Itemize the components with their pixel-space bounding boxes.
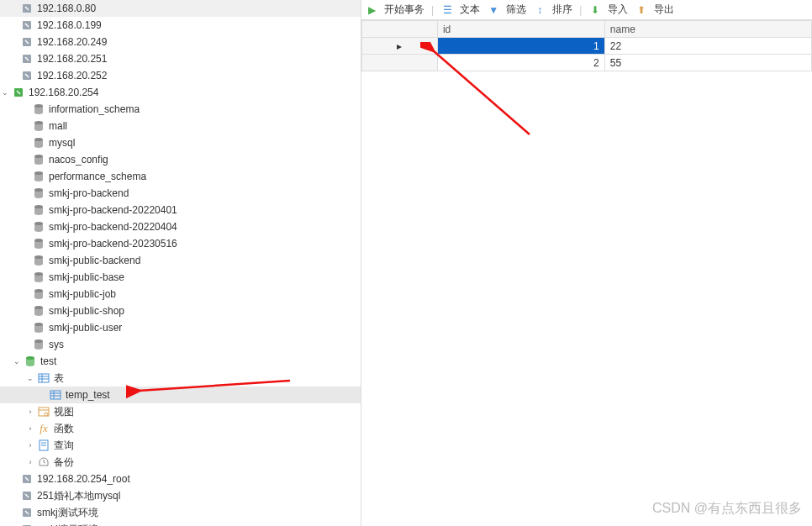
database-item[interactable]: sys bbox=[0, 336, 361, 353]
filter-icon: ▼ bbox=[487, 3, 500, 17]
connection-item[interactable]: smkj演示环境 bbox=[0, 521, 361, 526]
import-button[interactable]: ⬇导入 bbox=[588, 3, 628, 17]
database-label: smkj-public-base bbox=[49, 271, 124, 283]
queries-node[interactable]: ›查询 bbox=[0, 437, 361, 454]
expand-icon[interactable]: ⌄ bbox=[25, 373, 35, 383]
table-row[interactable]: ▸ 1 22 bbox=[362, 38, 812, 55]
database-item[interactable]: smkj-pro-backend-20220404 bbox=[0, 218, 361, 235]
database-icon bbox=[32, 136, 45, 150]
cell-name[interactable]: 22 bbox=[604, 38, 811, 55]
connection-label: smkj演示环境 bbox=[37, 523, 98, 527]
expand-icon[interactable]: › bbox=[25, 407, 35, 417]
transaction-icon: ▶ bbox=[365, 3, 378, 17]
backup-label: 备份 bbox=[54, 455, 74, 470]
database-icon bbox=[32, 271, 45, 284]
table-row[interactable]: 2 55 bbox=[362, 55, 812, 71]
database-item[interactable]: nacos_config bbox=[0, 151, 361, 168]
connection-icon bbox=[20, 489, 34, 502]
expand-icon[interactable]: › bbox=[25, 457, 35, 467]
database-icon bbox=[32, 287, 45, 301]
text-button[interactable]: ☰文本 bbox=[440, 3, 480, 17]
database-icon bbox=[32, 153, 45, 166]
database-item[interactable]: smkj-pro-backend-20230516 bbox=[0, 235, 361, 252]
functions-label: 函数 bbox=[54, 422, 74, 436]
toolbar: ▶开始事务 | ☰文本 ▼筛选 ↕排序 | ⬇导入 ⬆导出 bbox=[361, 0, 812, 20]
export-button[interactable]: ⬆导出 bbox=[635, 3, 674, 17]
database-icon bbox=[32, 304, 45, 318]
tables-node[interactable]: ⌄表 bbox=[0, 370, 361, 387]
connection-item-active[interactable]: ⌄192.168.20.254 bbox=[0, 84, 361, 101]
backup-node[interactable]: ›备份 bbox=[0, 454, 361, 471]
connection-icon bbox=[20, 18, 34, 32]
connection-label: 192.168.20.252 bbox=[37, 70, 107, 82]
database-item[interactable]: smkj-pro-backend-20220401 bbox=[0, 202, 361, 218]
database-label: performance_schema bbox=[49, 171, 146, 182]
database-label: smkj-public-shop bbox=[49, 305, 124, 317]
database-icon bbox=[32, 220, 45, 234]
database-label: nacos_config bbox=[49, 154, 108, 166]
cell-name[interactable]: 55 bbox=[604, 55, 811, 71]
connection-label: 192.168.20.249 bbox=[37, 36, 107, 48]
table-icon bbox=[49, 388, 62, 402]
connection-item[interactable]: 192.168.20.252 bbox=[0, 67, 361, 84]
cell-id[interactable]: 2 bbox=[437, 55, 604, 71]
text-icon: ☰ bbox=[440, 3, 454, 17]
database-item[interactable]: smkj-public-base bbox=[0, 269, 361, 286]
database-label: test bbox=[40, 355, 56, 367]
connection-label: 192.168.20.254_root bbox=[37, 473, 130, 485]
database-item-active[interactable]: ⌄test bbox=[0, 353, 361, 370]
connection-tree[interactable]: 192.168.0.80 192.168.0.199 192.168.20.24… bbox=[0, 0, 361, 526]
connection-icon bbox=[20, 506, 34, 519]
database-label: mall bbox=[49, 120, 67, 132]
database-item[interactable]: smkj-public-job bbox=[0, 286, 361, 302]
connection-item[interactable]: 192.168.0.80 bbox=[0, 0, 361, 17]
expand-icon[interactable]: ⌄ bbox=[0, 87, 10, 97]
connection-item[interactable]: smkj测试环境 bbox=[0, 504, 361, 521]
table-item[interactable]: temp_test bbox=[0, 387, 361, 403]
connection-icon bbox=[20, 523, 34, 526]
database-label: smkj-pro-backend bbox=[49, 187, 129, 199]
sort-icon: ↕ bbox=[533, 3, 546, 17]
expand-icon[interactable]: ⌄ bbox=[12, 356, 22, 366]
sort-button[interactable]: ↕排序 bbox=[533, 3, 572, 17]
connection-item[interactable]: 251婚礼本地mysql bbox=[0, 487, 361, 504]
database-label: smkj-public-job bbox=[49, 288, 116, 300]
database-item[interactable]: performance_schema bbox=[0, 168, 361, 185]
database-label: smkj-public-user bbox=[49, 322, 122, 334]
svg-rect-28 bbox=[39, 374, 49, 382]
function-icon: fx bbox=[37, 422, 50, 435]
views-node[interactable]: ›视图 bbox=[0, 403, 361, 420]
column-header-name[interactable]: name bbox=[604, 21, 811, 38]
database-item[interactable]: smkj-pro-backend bbox=[0, 185, 361, 202]
svg-point-38 bbox=[45, 413, 48, 416]
column-header-id[interactable]: id bbox=[437, 21, 604, 38]
begin-transaction-button[interactable]: ▶开始事务 bbox=[365, 3, 424, 17]
connection-icon bbox=[20, 52, 34, 66]
row-indicator-header bbox=[362, 21, 438, 38]
database-icon bbox=[32, 237, 45, 250]
import-icon: ⬇ bbox=[588, 3, 602, 17]
functions-node[interactable]: ›fx函数 bbox=[0, 420, 361, 437]
expand-icon[interactable]: › bbox=[25, 440, 35, 450]
data-grid[interactable]: id name ▸ 1 22 2 55 bbox=[361, 20, 812, 71]
database-item[interactable]: mall bbox=[0, 118, 361, 134]
filter-button[interactable]: ▼筛选 bbox=[487, 3, 526, 17]
connection-icon bbox=[20, 2, 34, 15]
database-icon bbox=[32, 203, 45, 217]
database-item[interactable]: smkj-public-user bbox=[0, 319, 361, 336]
cell-id[interactable]: 1 bbox=[437, 38, 604, 55]
database-item[interactable]: smkj-public-shop bbox=[0, 302, 361, 319]
database-icon bbox=[32, 254, 45, 267]
connection-item[interactable]: 192.168.20.249 bbox=[0, 34, 361, 50]
connection-item[interactable]: 192.168.20.254_root bbox=[0, 471, 361, 487]
connection-item[interactable]: 192.168.0.199 bbox=[0, 17, 361, 34]
database-icon bbox=[24, 355, 37, 368]
database-item[interactable]: mysql bbox=[0, 134, 361, 151]
database-item[interactable]: information_schema bbox=[0, 101, 361, 118]
database-item[interactable]: smkj-public-backend bbox=[0, 252, 361, 269]
connection-icon bbox=[20, 472, 34, 486]
row-indicator bbox=[362, 55, 438, 71]
database-label: mysql bbox=[49, 137, 75, 149]
expand-icon[interactable]: › bbox=[25, 423, 35, 434]
connection-item[interactable]: 192.168.20.251 bbox=[0, 50, 361, 67]
